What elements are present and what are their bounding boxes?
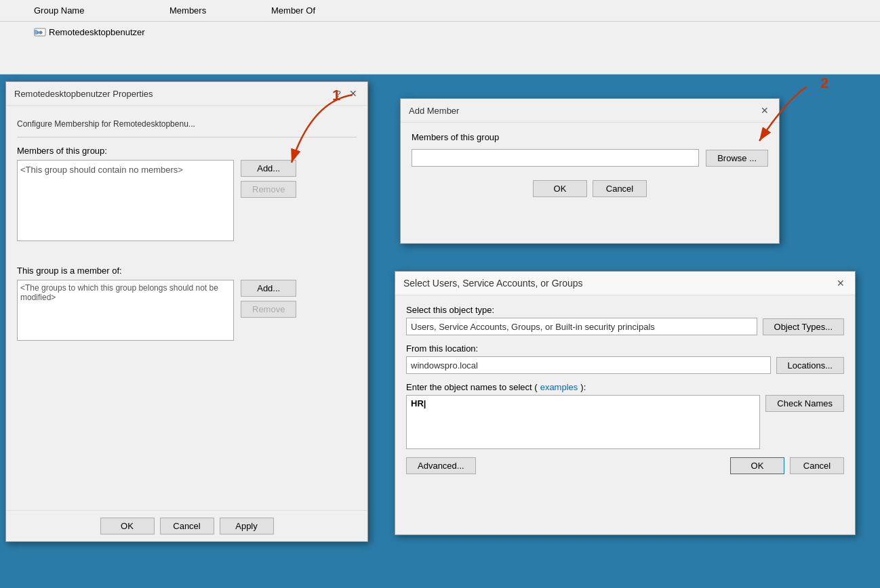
svg-point-2: [39, 31, 43, 35]
check-names-button[interactable]: Check Names: [765, 395, 844, 412]
advanced-button[interactable]: Advanced...: [406, 457, 476, 474]
properties-cancel-button[interactable]: Cancel: [160, 518, 214, 534]
enter-names-input-row: HR| Check Names: [406, 395, 844, 449]
select-users-titlebar: Select Users, Service Accounts, or Group…: [395, 272, 855, 295]
properties-title: Remotedesktopbenutzer Properties: [14, 89, 153, 99]
members-label: Members of this group:: [17, 146, 357, 156]
members-section: <This group should contain no members> A…: [17, 160, 357, 241]
add-member-dialog: Add Member ✕ Members of this group Brows…: [400, 98, 780, 244]
add-member-title: Add Member: [409, 106, 459, 116]
properties-footer: OK Cancel Apply: [6, 510, 367, 541]
group-name: Remotedesktopbenutzer: [49, 27, 145, 37]
background-table: Group Name Members Member Of Remotedeskt…: [0, 0, 880, 75]
enter-names-row: Enter the object names to select (exampl…: [406, 382, 844, 449]
col-member-of: Member Of: [271, 5, 373, 16]
member-of-row: <The groups to which this group belongs …: [17, 280, 357, 341]
table-header: Group Name Members Member Of: [0, 0, 880, 22]
member-of-buttons: Add... Remove: [241, 280, 296, 341]
browse-button[interactable]: Browse ...: [706, 150, 768, 167]
add-member-label: Members of this group: [412, 132, 768, 142]
locations-button[interactable]: Locations...: [776, 357, 845, 374]
annotation-1: 1: [332, 87, 340, 104]
members-add-button[interactable]: Add...: [241, 160, 296, 177]
object-type-input-row: Users, Service Accounts, Groups, or Buil…: [406, 318, 844, 335]
location-row: From this location: windowspro.local Loc…: [406, 343, 844, 374]
add-member-input[interactable]: [412, 149, 699, 167]
members-remove-button[interactable]: Remove: [241, 181, 296, 198]
add-member-footer: OK Cancel: [412, 180, 768, 197]
select-users-footer: Advanced... OK Cancel: [406, 457, 844, 474]
add-member-titlebar: Add Member ✕: [401, 99, 779, 123]
examples-link[interactable]: examples: [540, 382, 578, 392]
member-of-label: This group is a member of:: [17, 266, 357, 276]
add-member-close-button[interactable]: ✕: [759, 104, 771, 117]
properties-ok-button[interactable]: OK: [100, 518, 155, 534]
properties-apply-button[interactable]: Apply: [220, 518, 274, 534]
member-of-placeholder: <The groups to which this group belongs …: [20, 283, 218, 302]
object-type-label: Select this object type:: [406, 305, 844, 315]
add-member-row: Browse ...: [412, 149, 768, 167]
group-icon: [34, 26, 46, 38]
annotation-2: 2: [820, 75, 828, 92]
add-member-ok-button[interactable]: OK: [533, 180, 587, 197]
col-members: Members: [169, 5, 271, 16]
members-box: <This group should contain no members>: [17, 160, 234, 241]
location-input-row: windowspro.local Locations...: [406, 356, 844, 374]
properties-dialog: Remotedesktopbenutzer Properties ? ✕ Con…: [5, 81, 368, 542]
location-label: From this location:: [406, 343, 844, 354]
members-buttons: Add... Remove: [241, 160, 296, 241]
select-users-cancel-button[interactable]: Cancel: [790, 457, 844, 474]
properties-subtitle: Configure Membership for Remotedesktopbe…: [17, 115, 357, 138]
select-users-controls: ✕: [835, 277, 847, 289]
add-member-cancel-button[interactable]: Cancel: [593, 180, 647, 197]
properties-close-button[interactable]: ✕: [347, 87, 359, 100]
member-of-remove-button[interactable]: Remove: [241, 301, 296, 318]
member-of-section: This group is a member of: <The groups t…: [17, 255, 357, 341]
member-of-box: <The groups to which this group belongs …: [17, 280, 234, 341]
object-type-value: Users, Service Accounts, Groups, or Buil…: [406, 318, 757, 335]
col-group-name: Group Name: [34, 5, 169, 16]
svg-rect-3: [34, 30, 37, 35]
object-names-box[interactable]: HR|: [406, 395, 760, 449]
select-users-content: Select this object type: Users, Service …: [395, 295, 855, 484]
add-member-controls: ✕: [759, 104, 771, 117]
object-names-value: HR|: [411, 398, 755, 408]
object-type-row: Select this object type: Users, Service …: [406, 305, 844, 335]
select-users-close-button[interactable]: ✕: [835, 277, 847, 289]
properties-titlebar: Remotedesktopbenutzer Properties ? ✕: [6, 82, 367, 106]
enter-names-label-close: ):: [580, 382, 586, 392]
add-member-content: Members of this group Browse ... OK Canc…: [401, 123, 779, 207]
table-row[interactable]: Remotedesktopbenutzer: [0, 22, 880, 42]
select-users-title: Select Users, Service Accounts, or Group…: [403, 278, 583, 289]
select-users-ok-button[interactable]: OK: [730, 457, 784, 474]
object-types-button[interactable]: Object Types...: [763, 318, 844, 335]
enter-names-label: Enter the object names to select (: [406, 382, 538, 392]
location-value: windowspro.local: [406, 356, 771, 374]
properties-content: Configure Membership for Remotedesktopbe…: [6, 106, 367, 357]
members-placeholder: <This group should contain no members>: [20, 165, 183, 175]
select-users-dialog: Select Users, Service Accounts, or Group…: [395, 271, 856, 535]
member-of-add-button[interactable]: Add...: [241, 280, 296, 297]
